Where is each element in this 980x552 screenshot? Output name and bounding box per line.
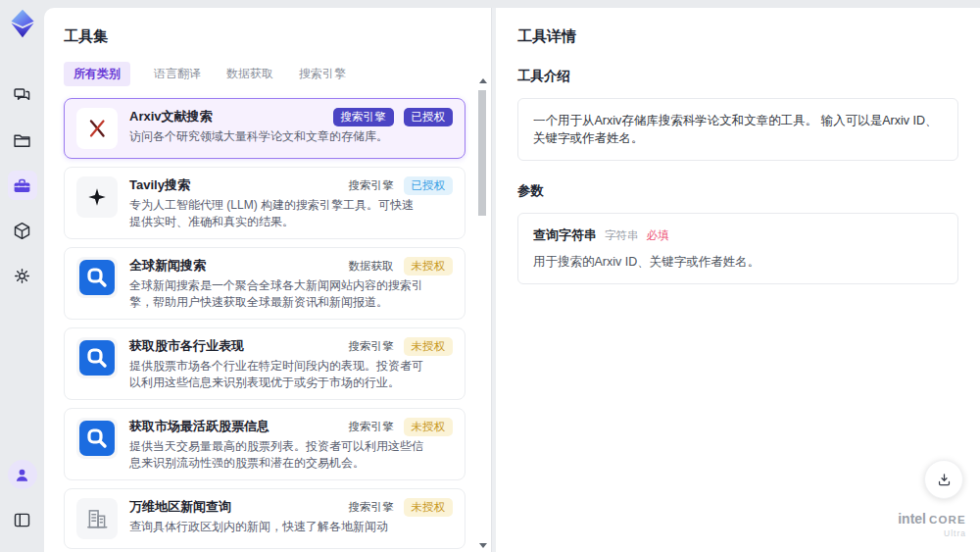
tool-card[interactable]: 获取市场最活跃股票信息 提供当天交易量最高的股票列表。投资者可以利用这些信息来识… — [64, 408, 466, 480]
tool-card[interactable]: Tavily搜索 专为人工智能代理 (LLM) 构建的搜索引擎工具。可快速提供实… — [64, 167, 466, 239]
tab-category-2[interactable]: 数据获取 — [224, 62, 275, 86]
arxiv-logo-icon — [76, 108, 118, 149]
auth-status-badge: 未授权 — [404, 337, 454, 356]
list-scrollbar[interactable] — [476, 78, 488, 548]
user-icon[interactable] — [8, 460, 37, 489]
category-badge: 搜索引擎 — [349, 498, 394, 517]
folder-icon[interactable] — [8, 125, 37, 155]
tool-card-list: Arxiv文献搜索 访问各个研究领域大量科学论文和文章的存储库。 搜索引擎 已授… — [64, 98, 479, 549]
tool-description: 专为人工智能代理 (LLM) 构建的搜索引擎工具。可快速提供实时、准确和真实的结… — [129, 197, 423, 229]
page-title: 工具集 — [64, 27, 479, 46]
tool-description: 访问各个研究领域大量科学论文和文章的存储库。 — [129, 128, 423, 145]
tool-list-panel: 工具集 所有类别语言翻译数据获取搜索引擎 Arxiv文献搜索 访问各个研究领域大… — [44, 8, 492, 552]
tab-category-1[interactable]: 语言翻译 — [152, 62, 203, 86]
gear-icon[interactable] — [8, 261, 37, 290]
tool-description: 全球新闻搜索是一个聚合全球各大新闻网站内容的搜索引擎，帮助用户快速获取全球最新资… — [129, 277, 423, 310]
auth-status-badge: 未授权 — [404, 257, 454, 276]
category-badge: 搜索引擎 — [333, 108, 394, 126]
param-required-badge: 必填 — [647, 226, 669, 244]
scroll-up-arrow-icon[interactable] — [479, 78, 487, 83]
auth-status-badge: 已授权 — [404, 176, 454, 195]
category-badge: 搜索引擎 — [349, 176, 394, 195]
detail-title: 工具详情 — [517, 27, 958, 46]
tool-card[interactable]: 获取股市各行业表现 提供股票市场各个行业在特定时间段内的表现。投资者可以利用这些… — [64, 327, 466, 400]
tool-description: 提供当天交易量最高的股票列表。投资者可以利用这些信息来识别流动性强的股票和潜在的… — [129, 438, 423, 471]
tool-card[interactable]: 全球新闻搜索 全球新闻搜索是一个聚合全球各大新闻网站内容的搜索引擎，帮助用户快速… — [64, 247, 466, 320]
chat-icon[interactable] — [8, 80, 37, 110]
brand-intel: intel — [898, 513, 926, 526]
scrollbar-thumb[interactable] — [478, 90, 486, 216]
param-box: 查询字符串 字符串 必填 用于搜索的Arxiv ID、关键字或作者姓名。 — [517, 213, 958, 284]
tab-category-0[interactable]: 所有类别 — [64, 62, 130, 86]
download-button[interactable] — [924, 460, 963, 499]
app-logo — [7, 8, 38, 41]
cube-icon[interactable] — [8, 216, 37, 245]
tavily-star-icon — [76, 176, 118, 218]
param-type: 字符串 — [605, 226, 639, 244]
tab-category-3[interactable]: 搜索引擎 — [297, 62, 348, 86]
category-badge: 搜索引擎 — [349, 418, 394, 436]
brand-sub: Ultra — [898, 527, 966, 540]
panel-toggle-icon[interactable] — [8, 505, 37, 534]
blue-search-icon — [76, 337, 118, 378]
scroll-down-arrow-icon[interactable] — [479, 543, 487, 548]
intro-heading: 工具介绍 — [517, 68, 958, 85]
blue-search-icon — [76, 257, 118, 298]
buildings-icon — [76, 498, 118, 539]
tool-description: 提供股票市场各个行业在特定时间段内的表现。投资者可以利用这些信息来识别表现优于或… — [129, 358, 423, 390]
param-description: 用于搜索的Arxiv ID、关键字或作者姓名。 — [533, 253, 943, 271]
tool-card[interactable]: Arxiv文献搜索 访问各个研究领域大量科学论文和文章的存储库。 搜索引擎 已授… — [64, 98, 466, 159]
tool-description: 查询具体行政区划内的新闻，快速了解各地新闻动 — [129, 519, 423, 535]
intel-core-logo: intel CORE Ultra — [898, 513, 966, 540]
tool-card[interactable]: 万维地区新闻查询 查询具体行政区划内的新闻，快速了解各地新闻动 搜索引擎 未授权 — [64, 488, 466, 549]
tool-detail-panel: 工具详情 工具介绍 一个用于从Arxiv存储库搜索科学论文和文章的工具。 输入可… — [496, 8, 980, 552]
auth-status-badge: 未授权 — [404, 418, 454, 436]
intro-box: 一个用于从Arxiv存储库搜索科学论文和文章的工具。 输入可以是Arxiv ID… — [517, 98, 958, 161]
category-badge: 搜索引擎 — [349, 337, 394, 356]
params-heading: 参数 — [517, 182, 958, 200]
auth-status-badge: 未授权 — [404, 498, 454, 517]
auth-status-badge: 已授权 — [404, 108, 454, 126]
main-content: 工具集 所有类别语言翻译数据获取搜索引擎 Arxiv文献搜索 访问各个研究领域大… — [44, 8, 980, 552]
brand-core: CORE — [929, 514, 966, 527]
category-badge: 数据获取 — [349, 257, 394, 276]
param-name: 查询字符串 — [533, 226, 597, 244]
intro-text: 一个用于从Arxiv存储库搜索科学论文和文章的工具。 输入可以是Arxiv ID… — [533, 114, 938, 145]
left-rail — [0, 0, 44, 552]
blue-search-icon — [76, 418, 118, 459]
toolbox-icon[interactable] — [8, 171, 37, 200]
category-tabs: 所有类别语言翻译数据获取搜索引擎 — [64, 62, 479, 86]
